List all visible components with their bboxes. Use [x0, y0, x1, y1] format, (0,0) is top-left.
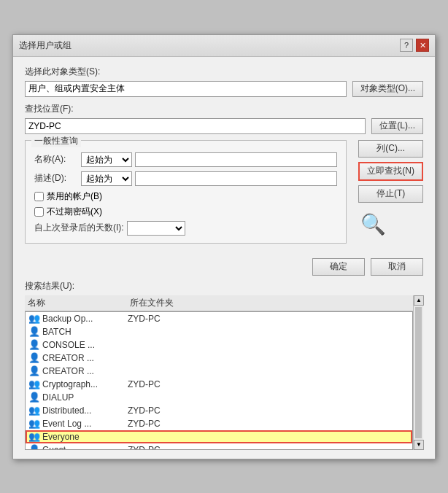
user-icon: 👤 — [28, 392, 40, 403]
select-user-dialog: 选择用户或组 ? ✕ 选择此对象类型(S): 对象类型(O)... 查找位置(F… — [12, 34, 436, 459]
user-icon: 👤 — [28, 326, 40, 337]
ok-button-top[interactable]: 确定 — [312, 258, 365, 276]
list-item-name: 👤CREATOR ... — [28, 365, 128, 376]
list-item[interactable]: 👥Everyone — [26, 430, 412, 443]
list-item-name: 👤DIALUP — [28, 392, 128, 403]
scroll-down-arrow[interactable]: ▼ — [414, 440, 424, 450]
list-item[interactable]: 👤CONSOLE ... — [26, 338, 412, 352]
name-combo[interactable]: 起始为 — [81, 152, 132, 167]
list-item[interactable]: 👤CREATOR ... — [26, 365, 412, 378]
no-expire-checkbox[interactable] — [34, 207, 44, 217]
list-button[interactable]: 列(C)... — [358, 140, 423, 158]
location-input[interactable] — [25, 118, 366, 134]
object-type-input[interactable] — [25, 81, 347, 97]
title-bar: 选择用户或组 ? ✕ — [13, 35, 435, 57]
close-button[interactable]: ✕ — [416, 39, 429, 52]
list-item-name: 👥Distributed... — [28, 405, 128, 416]
list-item-folder: ZYD-PC — [128, 314, 409, 324]
desc-row: 描述(D): 起始为 — [34, 171, 337, 186]
list-item[interactable]: 👥Event Log ...ZYD-PC — [26, 417, 412, 430]
title-bar-left: 选择用户或组 — [19, 39, 72, 52]
list-item[interactable]: 👤CREATOR ... — [26, 352, 412, 365]
list-item[interactable]: 👤BATCH — [26, 325, 412, 338]
disabled-accounts-checkbox[interactable] — [34, 192, 44, 201]
object-type-row: 对象类型(O)... — [25, 81, 423, 97]
general-query-title: 一般性查询 — [31, 135, 81, 147]
user-icon: 👥 — [28, 418, 40, 429]
list-item-name: 👥Backup Op... — [28, 313, 128, 324]
list-item-folder: ZYD-PC — [128, 419, 409, 429]
search-icon: 🔍 — [358, 210, 387, 239]
user-icon: 👤 — [28, 444, 40, 450]
list-item-name: 👥Everyone — [28, 431, 128, 442]
user-icon: 👥 — [28, 313, 40, 324]
results-list-container: 名称 所在文件夹 👥Backup Op...ZYD-PC👤BATCH👤CONSO… — [25, 295, 423, 450]
stop-button[interactable]: 停止(T) — [358, 185, 423, 203]
col-folder-header: 所在文件夹 — [130, 297, 410, 309]
name-row: 名称(A): 起始为 — [34, 152, 337, 167]
group-inner: 名称(A): 起始为 描述(D): 起始为 — [34, 152, 337, 236]
user-icon: 👥 — [28, 405, 40, 416]
scrollbar[interactable]: ▲ ▼ — [413, 295, 423, 450]
general-query-section: 一般性查询 名称(A): 起始为 描述(D): — [25, 140, 423, 251]
title-bar-controls: ? ✕ — [400, 39, 429, 52]
list-item-folder: ZYD-PC — [128, 445, 409, 450]
user-icon: 👥 — [28, 379, 40, 389]
days-row: 自上次登录后的天数(I): — [34, 221, 337, 236]
list-item-name: 👤Guest — [28, 444, 128, 450]
days-select[interactable] — [127, 221, 185, 236]
help-button[interactable]: ? — [400, 39, 413, 52]
general-query-box: 一般性查询 名称(A): 起始为 描述(D): — [25, 140, 347, 244]
col-name-header: 名称 — [28, 297, 130, 309]
results-label: 搜索结果(U): — [25, 280, 423, 292]
list-item-name: 👥Cryptograph... — [28, 379, 128, 389]
name-input[interactable] — [135, 152, 337, 167]
days-label: 自上次登录后的天数(I): — [34, 222, 124, 234]
no-expire-row: 不过期密码(X) — [34, 206, 337, 218]
location-label: 查找位置(F): — [25, 103, 423, 115]
list-header: 名称 所在文件夹 — [25, 295, 413, 311]
no-expire-label: 不过期密码(X) — [47, 206, 102, 218]
disabled-accounts-row: 禁用的帐户(B) — [34, 190, 337, 203]
list-item-folder: ZYD-PC — [128, 405, 409, 416]
list-item-name: 👥Event Log ... — [28, 418, 128, 429]
dialog-body: 选择此对象类型(S): 对象类型(O)... 查找位置(F): 位置(L)...… — [13, 57, 435, 459]
disabled-accounts-label: 禁用的帐户(B) — [47, 190, 102, 203]
user-icon: 👥 — [28, 431, 40, 442]
user-icon: 👤 — [28, 339, 40, 350]
list-item-name: 👤CONSOLE ... — [28, 339, 128, 350]
user-icon: 👤 — [28, 352, 40, 363]
object-type-label: 选择此对象类型(S): — [25, 66, 423, 78]
desc-label: 描述(D): — [34, 172, 78, 185]
search-now-button[interactable]: 立即查找(N) — [358, 162, 423, 181]
desc-combo[interactable]: 起始为 — [81, 171, 132, 186]
group-box-wrap: 一般性查询 名称(A): 起始为 描述(D): — [25, 140, 347, 251]
list-item-name: 👤CREATOR ... — [28, 352, 128, 363]
list-item-name: 👤BATCH — [28, 326, 128, 337]
cancel-button-top[interactable]: 取消 — [371, 258, 423, 276]
desc-input[interactable] — [135, 171, 337, 186]
list-item[interactable]: 👤GuestZYD-PC — [26, 443, 412, 450]
location-button[interactable]: 位置(L)... — [371, 118, 423, 134]
list-inner: 名称 所在文件夹 👥Backup Op...ZYD-PC👤BATCH👤CONSO… — [25, 295, 413, 450]
name-label: 名称(A): — [34, 153, 78, 166]
list-item-folder: ZYD-PC — [128, 379, 409, 389]
right-panel: 列(C)... 立即查找(N) 停止(T) 🔍 — [352, 140, 423, 239]
dialog-title: 选择用户或组 — [19, 39, 72, 52]
list-item[interactable]: 👤DIALUP — [26, 391, 412, 404]
location-row: 位置(L)... — [25, 118, 423, 134]
user-icon: 👤 — [28, 365, 40, 376]
object-type-button[interactable]: 对象类型(O)... — [352, 81, 423, 97]
list-items: 👥Backup Op...ZYD-PC👤BATCH👤CONSOLE ...👤CR… — [25, 311, 413, 450]
list-item[interactable]: 👥Distributed...ZYD-PC — [26, 404, 412, 417]
scroll-up-arrow[interactable]: ▲ — [414, 295, 424, 306]
list-item[interactable]: 👥Cryptograph...ZYD-PC — [26, 378, 412, 391]
list-item[interactable]: 👥Backup Op...ZYD-PC — [26, 312, 412, 325]
scroll-thumb[interactable] — [415, 307, 422, 438]
